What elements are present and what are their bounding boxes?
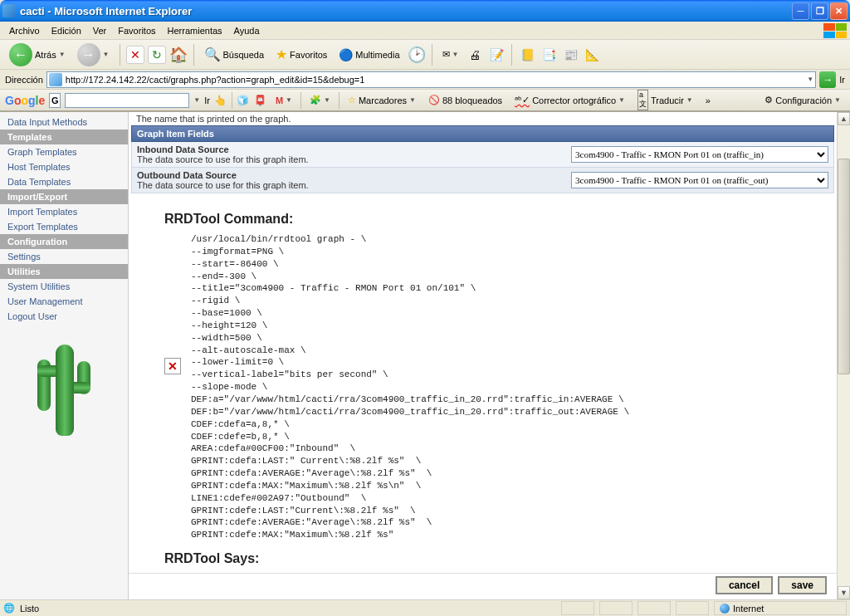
rrdtool-command-heading: RRDTool Command: bbox=[164, 212, 801, 227]
stop-button[interactable]: ✕ bbox=[126, 46, 144, 64]
google-logo[interactable]: Google bbox=[5, 94, 45, 107]
settings-button[interactable]: ⚙ Configuración▼ bbox=[760, 93, 845, 107]
rss-icon[interactable]: 📮 bbox=[254, 94, 267, 107]
rrdtool-says-heading: RRDTool Says: bbox=[164, 551, 801, 566]
google-logo-dropdown[interactable]: G bbox=[49, 93, 61, 108]
search-button[interactable]: 🔍Búsqueda bbox=[200, 44, 269, 65]
status-cell bbox=[638, 601, 671, 615]
sidebar-utilities-header: Utilities bbox=[0, 264, 128, 279]
menu-bar: Archivo Edición Ver Favoritos Herramient… bbox=[0, 22, 850, 40]
mail-button[interactable]: ✉▼ bbox=[438, 46, 463, 62]
edit-button[interactable]: 📝 bbox=[487, 46, 506, 64]
bottom-button-row: cancel save bbox=[129, 573, 837, 599]
close-button[interactable]: ✕ bbox=[830, 2, 848, 20]
chevron-down-icon[interactable]: ▼ bbox=[807, 76, 813, 83]
window-titlebar: cacti - Microsoft Internet Explorer ─ ❐ … bbox=[0, 0, 850, 22]
status-cell bbox=[561, 601, 594, 615]
sidebar-export-templates[interactable]: Export Templates bbox=[0, 219, 128, 234]
forward-button[interactable]: → ▼ bbox=[73, 41, 114, 69]
window-title: cacti - Microsoft Internet Explorer bbox=[20, 5, 792, 17]
extra-button-1[interactable]: 📒 bbox=[518, 46, 536, 64]
popup-blocker-button[interactable]: 🚫 88 bloqueados bbox=[424, 93, 506, 107]
inbound-data-source-select[interactable]: 3com4900 - Traffic - RMON Port 01 on (tr… bbox=[571, 146, 828, 163]
chevron-down-icon[interactable]: ▼ bbox=[193, 96, 200, 104]
toolbar-overflow[interactable]: » bbox=[701, 94, 715, 107]
separator bbox=[511, 44, 512, 66]
address-label: Dirección bbox=[5, 75, 43, 85]
minimize-button[interactable]: ─ bbox=[792, 2, 809, 20]
scroll-down-button[interactable]: ▼ bbox=[838, 586, 850, 599]
separator bbox=[232, 92, 232, 109]
scroll-track[interactable] bbox=[838, 125, 850, 586]
bookmarks-label: Marcadores bbox=[359, 95, 407, 105]
favorites-label: Favoritos bbox=[290, 50, 327, 60]
sidebar-graph-templates[interactable]: Graph Templates bbox=[0, 144, 128, 159]
back-button[interactable]: ← Atrás ▼ bbox=[5, 41, 70, 69]
extra-button-4[interactable]: 📐 bbox=[583, 46, 601, 64]
translate-button[interactable]: a文 Traducir▼ bbox=[633, 88, 697, 112]
menu-herramientas[interactable]: Herramientas bbox=[162, 24, 228, 37]
history-button[interactable]: 🕑 bbox=[408, 46, 426, 64]
multimedia-button[interactable]: 🔵Multimedia bbox=[335, 46, 403, 64]
google-search-input[interactable] bbox=[65, 93, 189, 108]
go-text[interactable]: Ir bbox=[204, 95, 210, 105]
sidebar-configuration-header: Configuration bbox=[0, 234, 128, 249]
news-icon[interactable]: 🧊 bbox=[237, 94, 250, 107]
sidebar-system-utilities[interactable]: System Utilities bbox=[0, 279, 128, 294]
menu-ayuda[interactable]: Ayuda bbox=[228, 24, 266, 37]
scroll-up-button[interactable]: ▲ bbox=[838, 112, 850, 125]
page-icon bbox=[49, 73, 62, 86]
sidebar-logout-user[interactable]: Logout User bbox=[0, 309, 128, 324]
bookmarks-button[interactable]: ☆ Marcadores▼ bbox=[344, 93, 420, 107]
home-button[interactable]: 🏠 bbox=[169, 46, 188, 64]
save-button[interactable]: save bbox=[778, 576, 827, 594]
maximize-button[interactable]: ❐ bbox=[811, 2, 828, 20]
chevron-down-icon: ▼ bbox=[452, 51, 459, 58]
spellcheck-label: Corrector ortográfico bbox=[532, 95, 616, 105]
spellcheck-button[interactable]: ᵃᵇ✓ Corrector ortográfico▼ bbox=[510, 93, 629, 107]
scroll-thumb[interactable] bbox=[838, 159, 850, 374]
menu-ver[interactable]: Ver bbox=[87, 24, 113, 37]
sidebar-data-templates[interactable]: Data Templates bbox=[0, 174, 128, 189]
sidebar-host-templates[interactable]: Host Templates bbox=[0, 159, 128, 174]
blocks-icon[interactable]: 🧩▼ bbox=[305, 93, 335, 107]
separator bbox=[339, 92, 340, 109]
menu-archivo[interactable]: Archivo bbox=[3, 24, 46, 37]
search-small-icon[interactable]: 👆 bbox=[214, 94, 227, 107]
chevron-down-icon: ▼ bbox=[103, 51, 110, 58]
content-area: Data Input Methods Templates Graph Templ… bbox=[0, 111, 850, 599]
address-input[interactable] bbox=[66, 75, 807, 85]
extra-button-3[interactable]: 📰 bbox=[561, 46, 579, 64]
extra-button-2[interactable]: 📑 bbox=[540, 46, 558, 64]
sidebar-settings[interactable]: Settings bbox=[0, 249, 128, 264]
menu-favoritos[interactable]: Favoritos bbox=[112, 24, 161, 37]
address-input-wrap[interactable]: ▼ bbox=[46, 71, 816, 88]
translate-label: Traducir bbox=[651, 95, 684, 105]
sidebar-user-management[interactable]: User Management bbox=[0, 294, 128, 309]
cacti-logo bbox=[31, 336, 97, 444]
status-cell bbox=[676, 601, 709, 615]
outbound-desc: The data source to use for this graph it… bbox=[137, 180, 571, 190]
sidebar: Data Input Methods Templates Graph Templ… bbox=[0, 112, 129, 599]
sidebar-import-templates[interactable]: Import Templates bbox=[0, 204, 128, 219]
separator bbox=[300, 92, 301, 109]
zone-label: Internet bbox=[733, 604, 764, 614]
outbound-data-source-select[interactable]: 3com4900 - Traffic - RMON Port 01 on (tr… bbox=[571, 172, 828, 188]
print-button[interactable]: 🖨 bbox=[466, 46, 484, 64]
search-icon: 🔍 bbox=[204, 46, 221, 62]
vertical-scrollbar[interactable]: ▲ ▼ bbox=[837, 112, 850, 599]
internet-zone-icon bbox=[720, 604, 730, 614]
refresh-button[interactable]: ↻ bbox=[148, 46, 166, 64]
favorites-button[interactable]: ★Favoritos bbox=[271, 44, 331, 65]
gear-icon: ⚙ bbox=[765, 95, 773, 105]
go-button[interactable]: → bbox=[819, 71, 836, 88]
gmail-button[interactable]: M▼ bbox=[271, 94, 296, 107]
sidebar-data-input-methods[interactable]: Data Input Methods bbox=[0, 115, 128, 130]
media-icon: 🔵 bbox=[339, 48, 353, 61]
status-bar: 🌐 Listo Internet bbox=[0, 599, 850, 616]
status-cell bbox=[599, 601, 633, 615]
go-label: Ir bbox=[839, 75, 845, 85]
cancel-button[interactable]: cancel bbox=[716, 576, 773, 594]
star-icon: ★ bbox=[276, 46, 287, 62]
menu-edicion[interactable]: Edición bbox=[46, 24, 87, 37]
